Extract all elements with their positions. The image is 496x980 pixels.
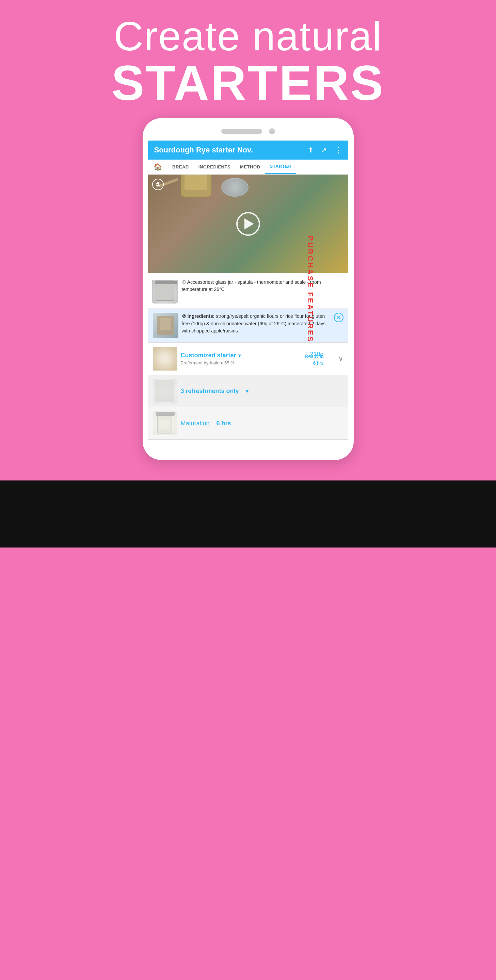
step1-text: ① Accessories: glass jar - spatula - the… [182, 278, 344, 293]
refreshments-arrow[interactable]: ▾ [246, 388, 249, 395]
starter-card-header: Customized starter ▾ Preferment hydratio… [148, 343, 348, 375]
glass-bowl [221, 178, 249, 197]
header-title-line2: STARTERS [7, 59, 489, 108]
play-button[interactable] [236, 212, 260, 236]
refreshments-row: 3 refreshments only ▾ [148, 375, 348, 407]
phone-frame-wrapper: PURCHASE FEATURES Sourdough Rye starter … [143, 118, 354, 460]
step2-thumb [153, 313, 179, 338]
step1-content: Accessories: glass jar - spatula - therm… [182, 279, 321, 292]
ingredients-icon [157, 316, 174, 335]
step1-thumb-bg [152, 280, 178, 304]
customized-starter-name[interactable]: Customized starter [181, 352, 236, 359]
starter-title-row: Customized starter ▾ [181, 352, 301, 359]
refresh-thumb-bg [153, 380, 177, 404]
content-area: ① Accessories: glass jar - spatula - the… [148, 273, 348, 440]
refresh-thumb [153, 379, 177, 403]
step2-icon [153, 313, 179, 338]
starter-thumb-bg [153, 347, 177, 371]
footer-text: Full customisation - Poolish & Biga [21, 498, 475, 520]
maturation-jar-lid [156, 412, 175, 416]
maturation-jar [157, 413, 172, 434]
refresh-jar [155, 380, 174, 402]
maturation-row: Maturation 6 hrs [148, 407, 348, 440]
recipe-image: ② [148, 175, 348, 273]
step2-thumb-bg [153, 313, 179, 338]
phone-frame: Sourdough Rye starter Nov. ⬆ ↗ ⋮ 🏠 BREAD… [143, 118, 354, 460]
video-step-badge: ② [152, 179, 164, 190]
phone-speaker [221, 129, 262, 134]
tab-starter[interactable]: STARTER [265, 159, 296, 174]
starter-dropdown-arrow[interactable]: ▾ [238, 352, 241, 359]
ready-time: 6 hrs [313, 360, 324, 366]
phone-camera [269, 128, 275, 134]
jar-lid-icon [155, 281, 177, 284]
maturation-thumb [153, 411, 177, 435]
app-bar: Sourdough Rye starter Nov. ⬆ ↗ ⋮ [148, 140, 348, 159]
step2-warning-row: ② Ingredients: strong/rye/spelt organic … [148, 309, 348, 343]
play-triangle-icon [244, 218, 254, 229]
tab-ingredients[interactable]: INGREDIENTS [194, 160, 235, 173]
app-bar-title: Sourdough Rye starter Nov. [154, 146, 253, 154]
tab-home[interactable]: 🏠 [148, 160, 168, 173]
step1-row: ① Accessories: glass jar - spatula - the… [148, 273, 348, 309]
close-button[interactable]: ✕ [334, 313, 343, 322]
app-bar-icons: ⬆ ↗ ⋮ [308, 145, 342, 155]
jar-icon [156, 280, 174, 301]
refreshments-label[interactable]: 3 refreshments only [181, 388, 239, 395]
maturation-jar-fill [159, 420, 170, 430]
ready-label: Ready in [305, 353, 324, 359]
header-title-line1: Create natural [7, 14, 489, 59]
step1-thumb [152, 278, 178, 304]
header-section: Create natural STARTERS [0, 0, 496, 118]
starter-info: Customized starter ▾ Preferment hydratio… [181, 352, 301, 366]
starter-chevron[interactable]: ∨ [338, 354, 343, 363]
maturation-label: Maturation [181, 420, 210, 427]
purchase-features-label[interactable]: PURCHASE FEATURES [306, 235, 314, 343]
phone-notch [148, 128, 348, 134]
footer-section: Full customisation - Poolish & Biga [0, 480, 496, 547]
tab-method[interactable]: METHOD [235, 160, 265, 173]
ready-info: Ready in 6 hrs [305, 353, 324, 366]
nav-tabs: 🏠 BREAD INGREDIENTS METHOD STARTER [148, 159, 348, 175]
more-icon[interactable]: ⋮ [334, 145, 342, 155]
ingredient-fill [160, 318, 171, 330]
share-icon[interactable]: ↗ [321, 146, 327, 154]
maturation-thumb-bg [153, 411, 177, 435]
jar-glass [181, 175, 211, 197]
starter-hydration[interactable]: Preferment hydration: 65 % [181, 360, 301, 366]
phone-bottom-pad [148, 440, 348, 447]
step1-number: ① [182, 279, 187, 285]
jar-content [185, 175, 207, 190]
tab-bread[interactable]: BREAD [167, 160, 194, 173]
customized-starter-card: Customized starter ▾ Preferment hydratio… [148, 343, 348, 375]
starter-header-right: 210g Ready in 6 hrs [305, 351, 333, 366]
upload-icon[interactable]: ⬆ [308, 146, 314, 154]
starter-thumb [153, 347, 177, 371]
maturation-time[interactable]: 6 hrs [217, 420, 231, 427]
